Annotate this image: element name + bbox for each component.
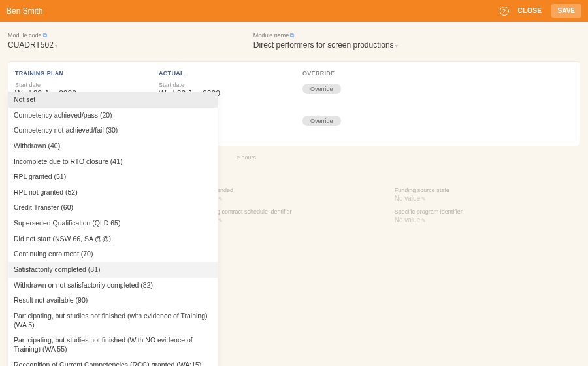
external-link-icon[interactable]: ⧉ — [43, 32, 47, 39]
module-name-label: Module name⧉ — [253, 32, 398, 39]
outcome-option[interactable]: Withdrawn (40) — [8, 139, 218, 154]
chevron-down-icon: ▾ — [55, 43, 57, 49]
pencil-icon: ✎ — [421, 196, 426, 202]
outcome-option[interactable]: Result not available (90) — [8, 293, 218, 308]
module-code-value: CUADRT502▾ — [8, 41, 57, 50]
help-icon[interactable]: ? — [500, 7, 509, 16]
contract-field: g contract schedule identifier ✎ — [217, 208, 395, 224]
outcome-option[interactable]: Recognition of Current Competencies (RCC… — [8, 358, 218, 366]
funding-source-label: Funding source state — [395, 187, 559, 193]
page-title: Ben Smith — [7, 7, 42, 16]
external-link-icon[interactable]: ⧉ — [290, 32, 294, 39]
funding-source-value[interactable]: No value✎ — [395, 195, 559, 202]
start-date-label: Start date — [15, 82, 159, 88]
pencil-icon: ✎ — [421, 218, 426, 224]
override-heading: OVERRIDE — [302, 70, 573, 76]
hours-fragment: e hours — [237, 154, 580, 161]
module-name-value: Direct performers for screen productions… — [253, 41, 398, 50]
module-name-field[interactable]: Module name⧉ Direct performers for scree… — [253, 32, 398, 50]
outcome-option[interactable]: Superseded Qualification (QLD 65) — [8, 216, 218, 231]
module-code-label: Module code⧉ — [8, 32, 57, 39]
chevron-down-icon: ▾ — [395, 43, 398, 49]
attended-value[interactable]: ✎ — [217, 195, 382, 202]
contract-value[interactable]: ✎ — [217, 216, 382, 224]
program-identifier-label: Specific program identifier — [395, 208, 559, 215]
header-actions: ? CLOSE SAVE — [500, 4, 581, 18]
outcome-option[interactable]: Competency not achieved/fail (30) — [8, 123, 218, 139]
contract-label: g contract schedule identifier — [217, 208, 382, 215]
outcome-option[interactable]: Not set — [8, 92, 218, 108]
pencil-icon: ✎ — [218, 196, 223, 202]
outcome-option[interactable]: Withdrawn or not satisfactorily complete… — [8, 278, 218, 293]
outcome-option[interactable]: Incomplete due to RTO closure (41) — [8, 154, 218, 170]
outcome-option[interactable]: Continuing enrolment (70) — [8, 246, 218, 262]
actual-heading: ACTUAL — [159, 70, 302, 76]
funding-source-field: Funding source state No value✎ — [395, 187, 572, 202]
module-info-row: Module code⧉ CUADRT502▾ Module name⧉ Dir… — [0, 22, 588, 54]
module-code-field[interactable]: Module code⧉ CUADRT502▾ — [8, 32, 57, 50]
close-button[interactable]: CLOSE — [518, 7, 542, 14]
outcome-option[interactable]: Did not start (NSW 66, SA @@) — [8, 231, 218, 247]
save-button[interactable]: SAVE — [551, 4, 582, 18]
start-date-label: Start date — [159, 82, 302, 88]
override-button[interactable]: Override — [302, 84, 341, 94]
outcome-option[interactable]: RPL granted (51) — [8, 169, 218, 185]
override-button[interactable]: Override — [302, 116, 341, 126]
pencil-icon: ✎ — [218, 218, 223, 224]
outcome-option[interactable]: Competency achieved/pass (20) — [8, 108, 218, 124]
program-identifier-field: Specific program identifier No value✎ — [395, 208, 572, 224]
outcome-option[interactable]: Satisfactorily completed (81) — [8, 262, 218, 278]
attended-label: ended — [217, 187, 382, 193]
outcome-option[interactable]: Participating, but studies not finished … — [8, 333, 218, 357]
training-plan-heading: TRAINING PLAN — [15, 70, 159, 76]
outcome-dropdown[interactable]: Not setCompetency achieved/pass (20)Comp… — [8, 92, 218, 366]
override-column: OVERRIDE Override Override — [302, 70, 573, 131]
outcome-option[interactable]: Credit Transfer (60) — [8, 200, 218, 216]
outcome-option[interactable]: RPL not granted (52) — [8, 185, 218, 201]
program-identifier-value[interactable]: No value✎ — [395, 216, 559, 224]
outcome-option[interactable]: Participating, but studies not finished … — [8, 308, 218, 333]
attended-field: ended ✎ — [217, 187, 395, 202]
title-bar: Ben Smith ? CLOSE SAVE — [0, 0, 588, 22]
